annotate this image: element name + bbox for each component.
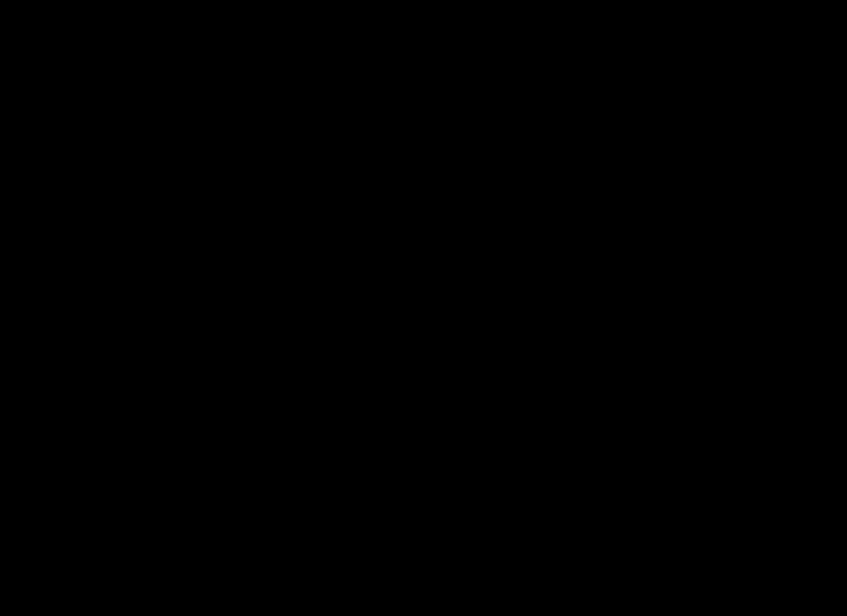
terminal[interactable] [0, 0, 847, 42]
